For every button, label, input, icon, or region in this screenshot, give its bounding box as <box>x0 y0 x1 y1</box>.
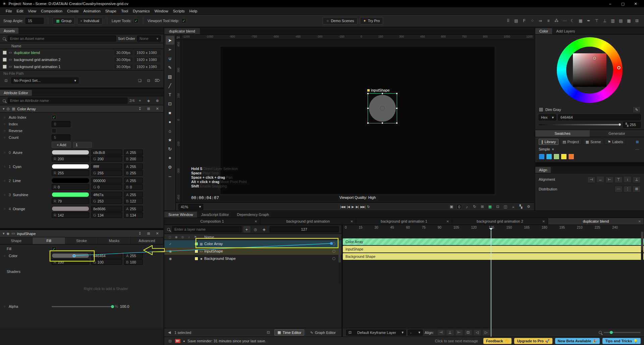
minimize-button[interactable]: – <box>604 2 616 6</box>
chevron-down-icon[interactable]: ▾ <box>552 147 554 152</box>
selection-bounding-box[interactable]: inputShape <box>368 93 397 123</box>
status-button[interactable]: New Beta Available 🎉 <box>555 338 600 344</box>
green-field[interactable]: G253 <box>91 198 122 204</box>
columns-icon[interactable]: ▥ <box>609 17 616 24</box>
image-tool[interactable]: ▧ <box>166 72 174 81</box>
alpha-field[interactable]: ▚ 255 <box>623 122 641 128</box>
green-field[interactable]: G134 <box>91 212 122 218</box>
render-settings-icon[interactable]: ⚙ <box>526 204 531 210</box>
visibility-icon[interactable]: ◉ <box>168 249 173 253</box>
grid-layout-icon[interactable]: ▦ <box>625 17 633 24</box>
settings-tool[interactable]: ⚙ <box>166 163 174 171</box>
menu-item[interactable]: Edit <box>14 8 26 14</box>
menu-item[interactable]: File <box>3 8 14 14</box>
pen-tool[interactable]: ✎ <box>166 63 174 72</box>
close-tab-icon[interactable]: ✕ <box>255 220 257 223</box>
blue-field[interactable]: B0 <box>124 184 143 190</box>
attribute-editor-tab[interactable]: Attribute Editor <box>0 90 32 96</box>
editor-tab[interactable]: JavaScript Editor <box>197 212 233 218</box>
dots-grid-icon[interactable]: ⠿ <box>504 17 512 24</box>
align-bottom-icon[interactable]: ⊥ <box>633 176 641 183</box>
swatch-source-button[interactable]: ▦ Scene <box>583 139 604 145</box>
project-set-dropdown[interactable]: No Project Set... ▾ <box>11 77 78 83</box>
alpha-field[interactable]: A255 <box>124 192 143 197</box>
snap-grid-icon[interactable]: ⊞ <box>480 204 485 210</box>
rotate-tool[interactable]: ↻ <box>166 145 174 153</box>
color-wheel[interactable] <box>557 37 623 103</box>
hex-field[interactable]: ffffff <box>91 164 122 169</box>
shape-tab[interactable]: Shape <box>0 237 33 244</box>
menu-item[interactable]: View <box>25 8 39 14</box>
layer-name[interactable]: Background Shape <box>204 256 332 261</box>
playhead-marker[interactable] <box>489 228 493 230</box>
rows-icon[interactable]: ▤ <box>617 17 625 24</box>
time-editor-button[interactable]: ▦ Time Editor <box>274 329 304 336</box>
polygon-tool[interactable]: ⌂ <box>166 126 174 135</box>
swatch-options-icon[interactable]: ⋯ <box>634 146 641 152</box>
layer-tools-checkbox[interactable]: ✓ <box>134 18 139 23</box>
close-icon[interactable]: ✕ <box>154 106 161 112</box>
color-array-section-header[interactable]: ▾ ◎ ▦ Color Array ↧ ⊞ ✕ <box>0 105 163 113</box>
eye-icon[interactable]: ◉ <box>174 235 178 239</box>
color-swatch[interactable] <box>546 154 552 160</box>
swatch-source-button[interactable]: ∥ Library <box>539 139 558 145</box>
pin-icon[interactable]: ↧ <box>137 231 143 237</box>
align-top-icon[interactable]: ⊤ <box>593 17 600 24</box>
selection-handle[interactable] <box>396 107 398 109</box>
clear-filter-icon[interactable]: ⊗ <box>154 98 161 104</box>
blue-field[interactable]: B200 <box>124 156 143 162</box>
solo-icon[interactable]: ◎ <box>180 235 185 239</box>
layer-row[interactable]: ◉ ▭ inputShape <box>164 247 341 255</box>
skip-to-end-button[interactable]: ▶▶| <box>360 205 365 209</box>
asset-row[interactable]: ▭ background grid animation 2 30.00fps 1… <box>0 56 163 63</box>
name-column-header[interactable]: Name <box>204 235 214 239</box>
color-swatch[interactable] <box>553 154 559 160</box>
pivot-point[interactable] <box>380 106 385 111</box>
red-field[interactable]: R142 <box>52 212 89 218</box>
locate-icon[interactable]: ⌖ <box>137 98 143 104</box>
crop-tool[interactable]: ⊡ <box>166 99 174 108</box>
alpha-slider-handle[interactable] <box>111 305 114 308</box>
loop-button[interactable]: ↻ <box>367 205 370 209</box>
swatch-tab[interactable]: Swatches <box>535 130 590 137</box>
status-button[interactable]: Feedback 👋 <box>483 338 512 344</box>
blue-field[interactable]: B100 <box>124 259 143 265</box>
maximize-button[interactable]: ▢ <box>617 2 629 6</box>
editor-tab[interactable]: Scene Window <box>164 212 197 218</box>
step-forward-button[interactable]: ▶| <box>356 205 359 209</box>
ellipse-tool[interactable]: ● <box>166 117 174 126</box>
add-color-button[interactable]: + Add <box>52 142 71 148</box>
hex-field[interactable]: 646464 <box>91 253 122 258</box>
hex-input[interactable] <box>558 114 641 120</box>
distribute-v-icon[interactable]: ⋮ <box>624 186 632 192</box>
eyedropper-icon[interactable]: ✎ <box>633 106 641 113</box>
render-filter-icon[interactable]: ◈ <box>261 226 268 232</box>
color-swatch[interactable] <box>52 192 89 197</box>
distribute-h-icon[interactable]: ⋯ <box>614 186 623 192</box>
display-mode-icon[interactable]: ⊡ <box>495 204 500 210</box>
hex-field[interactable]: 000000 <box>91 178 122 183</box>
close-icon[interactable]: ✕ <box>154 231 161 237</box>
add-count-input[interactable] <box>73 142 92 148</box>
close-tab-icon[interactable]: ✕ <box>351 220 353 223</box>
refresh-icon[interactable]: ↻ <box>472 204 477 210</box>
flag-icon[interactable]: ⚑ <box>193 235 198 239</box>
magnet-tool[interactable]: ∪ <box>166 54 174 63</box>
color-panel-tab[interactable]: Add Layers <box>552 28 579 34</box>
menu-item[interactable]: Composition <box>39 8 65 14</box>
shader-drop-area[interactable]: Right click to add a Shader <box>52 276 160 302</box>
composition-tab[interactable]: background grid animation 2 ✕ <box>452 218 548 225</box>
composition-tab[interactable]: duplicator blend ✕ <box>548 218 644 225</box>
scale-tool[interactable]: ⇔ <box>166 172 174 180</box>
red-field[interactable]: R200 <box>52 156 89 162</box>
align-playhead-center-icon[interactable]: ⊥ <box>446 329 454 336</box>
color-swatch[interactable] <box>52 164 89 169</box>
enable-toggle-icon[interactable]: ◎ <box>7 107 10 111</box>
timeline-track[interactable]: Background Shape <box>343 253 644 260</box>
step-back-button[interactable]: |◀ <box>347 205 350 209</box>
audio-icon[interactable]: ♪ <box>187 235 191 239</box>
new-composition-icon[interactable]: ⊡ <box>145 77 152 83</box>
text-tool[interactable]: T <box>166 90 174 99</box>
selection-handle[interactable] <box>381 93 383 95</box>
selection-handle[interactable] <box>367 93 369 95</box>
